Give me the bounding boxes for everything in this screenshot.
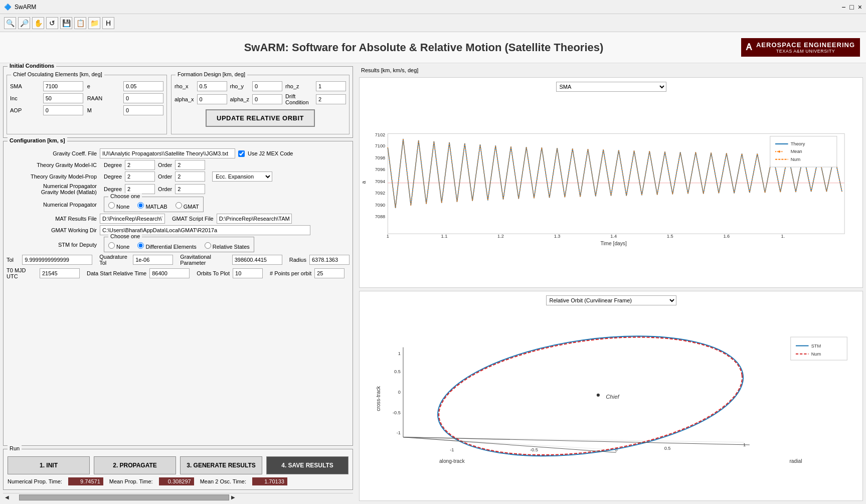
theory-ic-degree-input[interactable]: [125, 160, 155, 170]
aop-label: AOP: [10, 107, 39, 113]
aop-input[interactable]: [43, 105, 83, 115]
numerical-propagator-row: Numerical Propagator Choose one None MAT…: [7, 197, 350, 212]
theory-prop-degree-input[interactable]: [125, 172, 155, 182]
generate-results-button[interactable]: 3. GENERATE RESULTS: [180, 456, 262, 474]
gmat-working-row: GMAT Working Dir: [7, 225, 350, 235]
data-start-input[interactable]: [149, 268, 190, 278]
num-prop-time-label: Numerical Prop. Time:: [8, 478, 62, 484]
radius-label: Radius: [289, 257, 306, 263]
data-start-label: Data Start Relative Time: [87, 270, 146, 276]
toolbar-zoom-out[interactable]: 🔎: [18, 17, 30, 29]
scrollbar[interactable]: ◀ ▶: [3, 493, 353, 501]
ecc-expansion-select[interactable]: Ecc. Expansion: [212, 172, 272, 182]
theory-gravity-prop-row: Theory Gravity Model-Prop Degree Order E…: [7, 172, 350, 182]
numerical-propagator-label: Numerical Propagator: [7, 202, 97, 208]
diff-elements-label[interactable]: Differential Elements: [137, 242, 196, 250]
rho-x-input[interactable]: [197, 81, 227, 91]
drift-condition-input[interactable]: [316, 94, 346, 104]
svg-text:1.1: 1.1: [441, 234, 447, 239]
alpha-z-input[interactable]: [252, 94, 282, 104]
svg-text:-1: -1: [450, 447, 454, 452]
maximize-button[interactable]: □: [849, 3, 853, 11]
top-chart-select[interactable]: SMA e Inc RAAN AOP M: [556, 82, 666, 92]
raan-input[interactable]: [123, 93, 163, 103]
title-bar-controls[interactable]: − □ ×: [841, 3, 862, 11]
gravity-file-input[interactable]: [100, 148, 235, 158]
gmat-radio[interactable]: [176, 202, 182, 209]
mat-results-input[interactable]: [100, 214, 165, 224]
diff-elements-radio[interactable]: [137, 242, 144, 249]
num-prop-time-value: 9.74571: [68, 477, 103, 485]
propagate-button[interactable]: 2. PROPAGATE: [94, 456, 176, 474]
orbits-input[interactable]: [233, 268, 263, 278]
svg-point-48: [430, 318, 751, 473]
toolbar-open[interactable]: 📁: [88, 17, 100, 29]
matlab-radio[interactable]: [137, 202, 144, 209]
rho-y-input[interactable]: [252, 81, 282, 91]
mat-results-label: MAT Results File: [7, 216, 97, 222]
theory-prop-order-input[interactable]: [175, 172, 205, 182]
points-input[interactable]: [314, 268, 344, 278]
svg-text:7094: 7094: [375, 179, 385, 184]
numerical-degree-input[interactable]: [125, 184, 155, 194]
svg-text:1.: 1.: [781, 234, 785, 239]
gravity-file-row: Gravity Coeff. File Use J2 MEX Code: [7, 148, 350, 158]
scroll-left-arrow[interactable]: ◀: [5, 494, 9, 500]
bottom-chart-area: Relative Orbit (Curvilinear Frame) Relat…: [359, 291, 863, 501]
numerical-order-input[interactable]: [175, 184, 205, 194]
formation-design-label: Formation Design [km, deg]: [176, 71, 247, 77]
toolbar-help[interactable]: H: [102, 17, 114, 29]
quad-tol-input[interactable]: [133, 255, 173, 265]
none-radio-label[interactable]: None: [108, 202, 129, 210]
alpha-x-input[interactable]: [197, 94, 227, 104]
radius-input[interactable]: [309, 255, 350, 265]
svg-text:7102: 7102: [375, 132, 385, 137]
save-results-button[interactable]: 4. SAVE RESULTS: [266, 456, 349, 474]
none-radio[interactable]: [108, 202, 115, 209]
bottom-chart-dropdown-row: Relative Orbit (Curvilinear Frame) Relat…: [546, 295, 676, 305]
svg-text:a: a: [361, 181, 367, 184]
t0-input[interactable]: [40, 268, 80, 278]
scroll-right-arrow[interactable]: ▶: [231, 494, 235, 500]
formation-grid: rho_x rho_y rho_z alpha_x alpha_z Drift …: [175, 81, 346, 105]
sma-label: SMA: [10, 83, 39, 89]
theory-ic-order-input[interactable]: [175, 160, 205, 170]
svg-text:1.6: 1.6: [723, 234, 730, 239]
relative-states-label[interactable]: Relative States: [205, 242, 250, 250]
minimize-button[interactable]: −: [841, 3, 845, 11]
grav-param-input[interactable]: [232, 255, 282, 265]
mean-2-osc-value: 1.70133: [252, 477, 287, 485]
toolbar-copy[interactable]: 📋: [74, 17, 86, 29]
gmat-radio-label[interactable]: GMAT: [176, 202, 199, 210]
relative-states-radio[interactable]: [205, 242, 211, 249]
update-relative-orbit-button[interactable]: UPDATE RELATIVE ORBIT: [206, 109, 315, 127]
sma-input[interactable]: [43, 81, 83, 91]
run-buttons: 1. INIT 2. PROPAGATE 3. GENERATE RESULTS…: [8, 456, 349, 474]
svg-point-49: [431, 319, 750, 472]
grav-param-label: Gravitational Parameter: [180, 254, 229, 266]
svg-text:7092: 7092: [375, 191, 385, 196]
stm-none-radio[interactable]: [108, 242, 115, 249]
use-j2-mex-checkbox[interactable]: [238, 150, 245, 157]
stm-none-label[interactable]: None: [108, 242, 129, 250]
tol-input[interactable]: [22, 255, 92, 265]
inc-input[interactable]: [43, 93, 83, 103]
bottom-chart-select[interactable]: Relative Orbit (Curvilinear Frame) Relat…: [546, 295, 676, 305]
m-input[interactable]: [123, 105, 163, 115]
toolbar-zoom-in[interactable]: 🔍: [4, 17, 16, 29]
scrollbar-thumb[interactable]: [19, 494, 229, 500]
rho-z-input[interactable]: [316, 81, 346, 91]
choose-one-label-1: Choose one: [108, 193, 142, 199]
gmat-script-input[interactable]: [217, 214, 292, 224]
matlab-radio-label[interactable]: MATLAB: [137, 202, 167, 210]
toolbar-save[interactable]: 💾: [60, 17, 72, 29]
init-button[interactable]: 1. INIT: [8, 456, 90, 474]
mean-2-osc-label: Mean 2 Osc. Time:: [200, 478, 246, 484]
toolbar-reset[interactable]: ↺: [46, 17, 58, 29]
close-button[interactable]: ×: [858, 3, 862, 11]
toolbar-pan[interactable]: ✋: [32, 17, 44, 29]
e-input[interactable]: [123, 81, 163, 91]
app-title: SwARM: Software for Absolute & Relative …: [106, 41, 741, 54]
app-icon: 🔷: [4, 4, 12, 11]
svg-text:Num: Num: [811, 351, 821, 356]
